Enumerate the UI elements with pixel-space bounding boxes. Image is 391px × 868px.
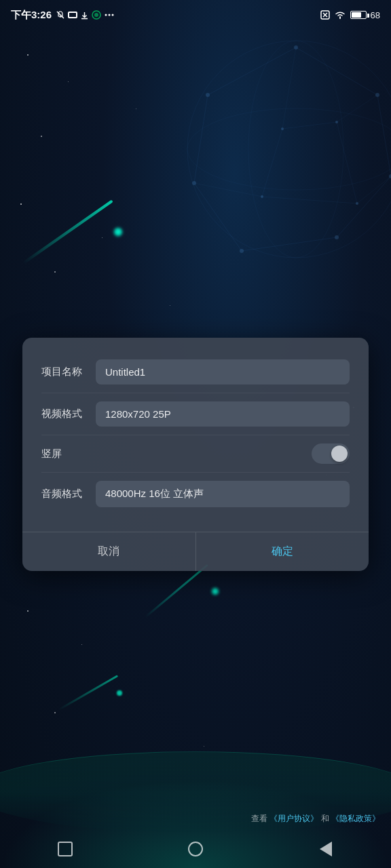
nav-bar xyxy=(0,830,391,868)
confirm-button[interactable]: 确定 xyxy=(196,532,369,571)
dialog-body: 项目名称 视频格式 1280x720 25P 竖屏 音频格式 4 xyxy=(22,338,369,532)
toggle-container xyxy=(96,443,350,464)
status-right: 68 xyxy=(320,10,380,20)
nav-home-button[interactable] xyxy=(179,832,212,866)
video-format-value[interactable]: 1280x720 25P xyxy=(96,401,350,427)
battery-level: 68 xyxy=(371,10,380,20)
screen-icon xyxy=(68,12,77,18)
svg-point-34 xyxy=(105,14,107,16)
app-icon xyxy=(92,10,101,20)
battery-icon xyxy=(350,11,367,19)
dialog-overlay: 项目名称 视频格式 1280x720 25P 竖屏 音频格式 4 xyxy=(0,0,391,868)
nav-recent-apps-button[interactable] xyxy=(48,832,82,866)
status-icons xyxy=(56,10,115,20)
cancel-button[interactable]: 取消 xyxy=(22,532,196,571)
status-bar: 下午3:26 xyxy=(0,0,391,30)
privacy-policy-link[interactable]: 《隐私政策》 xyxy=(331,814,380,823)
recent-apps-icon xyxy=(58,842,73,856)
user-agreement-link[interactable]: 《用户协议》 xyxy=(269,814,318,823)
svg-rect-30 xyxy=(60,16,62,18)
project-name-row: 项目名称 xyxy=(41,351,350,393)
home-icon xyxy=(188,842,203,856)
audio-format-row: 音频格式 48000Hz 16位 立体声 xyxy=(41,473,350,515)
download-icon xyxy=(80,11,89,20)
vertical-screen-row: 竖屏 xyxy=(41,435,350,473)
svg-point-35 xyxy=(109,14,111,16)
footer-view-label: 查看 xyxy=(251,814,267,823)
project-name-label: 项目名称 xyxy=(41,366,96,378)
svg-point-33 xyxy=(94,13,98,17)
new-project-dialog: 项目名称 视频格式 1280x720 25P 竖屏 音频格式 4 xyxy=(22,338,369,571)
vertical-screen-toggle[interactable] xyxy=(312,443,350,464)
audio-format-value[interactable]: 48000Hz 16位 立体声 xyxy=(96,481,350,507)
vertical-screen-label: 竖屏 xyxy=(41,448,96,460)
footer-connector: 和 xyxy=(321,814,329,823)
back-icon xyxy=(320,842,332,856)
wifi-icon xyxy=(334,10,346,20)
video-format-row: 视频格式 1280x720 25P xyxy=(41,393,350,435)
svg-point-36 xyxy=(112,14,114,16)
alarm-icon xyxy=(56,10,65,20)
toggle-knob xyxy=(331,446,348,462)
dialog-footer: 取消 确定 xyxy=(22,532,369,571)
status-time: 下午3:26 xyxy=(11,9,52,22)
more-icon xyxy=(104,10,115,20)
video-format-label: 视频格式 xyxy=(41,408,96,420)
footer-text: 查看 《用户协议》 和 《隐私政策》 xyxy=(251,813,380,825)
audio-format-label: 音频格式 xyxy=(41,488,96,500)
x-icon xyxy=(320,10,330,20)
status-left: 下午3:26 xyxy=(11,9,320,22)
nav-back-button[interactable] xyxy=(309,832,343,866)
project-name-input[interactable] xyxy=(96,359,350,384)
